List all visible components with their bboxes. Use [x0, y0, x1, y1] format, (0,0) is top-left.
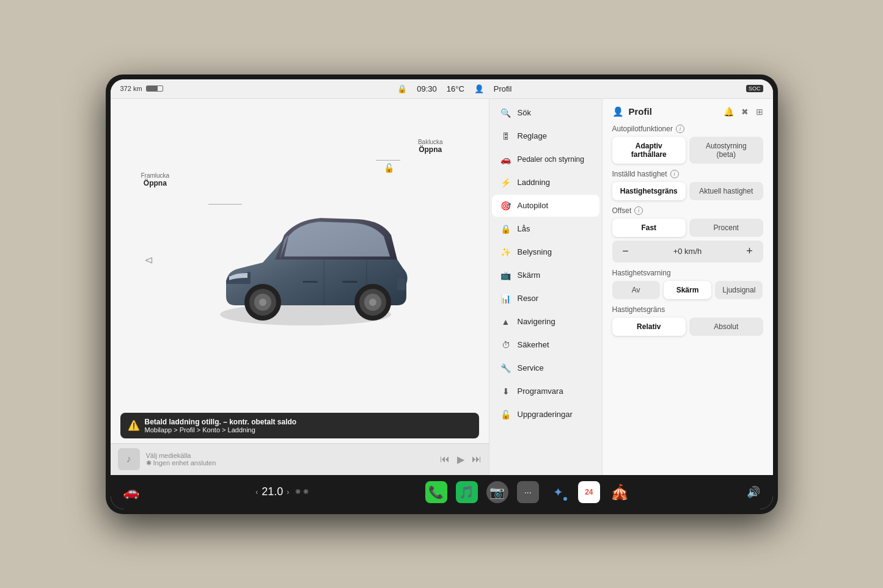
- nav-label-resor: Resor: [518, 294, 539, 303]
- warning-screen-button[interactable]: Skärm: [664, 281, 711, 299]
- nav-item-pedaler[interactable]: 🚗 Pedaler och styrning: [492, 148, 599, 170]
- range-display: 372 km: [120, 85, 142, 92]
- bell-icon[interactable]: 🔔: [724, 107, 734, 117]
- front-left-label: Framlucka Öppna: [141, 172, 170, 187]
- taskbar: 🚗 ‹ 21.0 › ❋ ❋ 📞 🎵 📷 ··· ✦: [111, 475, 773, 509]
- rear-action[interactable]: Öppna: [418, 145, 443, 154]
- nav-label-navigering: Navigering: [518, 317, 555, 326]
- nav-label-reglage: Reglage: [518, 131, 547, 140]
- profile-label: Profil: [494, 84, 512, 93]
- installed-speed-info-icon[interactable]: i: [670, 170, 679, 178]
- status-center: 🔒 09:30 16°C 👤 Profil: [397, 84, 511, 93]
- sakerhet-icon: ⏱: [500, 340, 511, 350]
- relative-button[interactable]: Relativ: [612, 318, 686, 336]
- car-icon-taskbar[interactable]: 🚗: [123, 484, 139, 500]
- absolute-button[interactable]: Absolut: [689, 318, 763, 336]
- nav-item-service[interactable]: 🔧 Service: [492, 357, 599, 379]
- media-device-status: ✱ Ingen enhet ansluten: [146, 459, 434, 467]
- grid-icon[interactable]: ⊞: [756, 107, 763, 117]
- nav-item-resor[interactable]: 📊 Resor: [492, 288, 599, 310]
- time-display: 09:30: [417, 84, 437, 93]
- volume-icon[interactable]: 🔊: [747, 485, 760, 499]
- media-controls[interactable]: ⏮ ▶ ⏭: [440, 454, 482, 465]
- settings-header-icons: 🔔 ✖ ⊞: [724, 107, 763, 117]
- nav-item-search[interactable]: 🔍 Sök: [492, 102, 599, 124]
- colorful-app-icon[interactable]: 🎪: [609, 481, 631, 503]
- nav-label-belysning: Belysning: [518, 247, 552, 256]
- nav-item-las[interactable]: 🔒 Lås: [492, 218, 599, 240]
- nav-item-navigering[interactable]: ▲ Navigering: [492, 311, 599, 333]
- speed-warning-label: Hastighetsvarning: [612, 269, 671, 277]
- navigering-icon: ▲: [500, 317, 511, 327]
- nav-label-pedaler: Pedaler och styrning: [518, 155, 584, 164]
- line-front-left: [208, 204, 242, 205]
- nav-panel: 🔍 Sök 🎛 Reglage 🚗 Pedaler och styrning ⚡…: [489, 99, 603, 475]
- current-speed-button[interactable]: Aktuell hastighet: [689, 182, 763, 200]
- installed-speed-label: Inställd hastighet: [612, 170, 667, 178]
- left-panel: ⊲ Framlucka Öppna Baklucka Öppna 🔓 ⚡: [111, 99, 489, 475]
- taskbar-apps: 📞 🎵 📷 ··· ✦ 24 🎪: [425, 481, 631, 503]
- temp-left-arrow[interactable]: ‹: [255, 488, 258, 496]
- warning-icon: ⚠️: [128, 419, 140, 431]
- offset-type-buttons: Fast Procent: [612, 219, 763, 237]
- warning-sound-button[interactable]: Ljudsignal: [715, 281, 763, 299]
- nav-label-autopilot: Autopilot: [518, 201, 549, 210]
- line-rear: [376, 160, 400, 161]
- percent-button[interactable]: Procent: [689, 219, 763, 237]
- next-track-icon[interactable]: ⏭: [472, 454, 482, 465]
- nav-item-uppgraderingar[interactable]: 🔓 Uppgraderingar: [492, 404, 599, 426]
- svg-point-6: [259, 299, 266, 306]
- camera-app-icon[interactable]: 📷: [486, 481, 508, 503]
- left-indicator-icon: ⊲: [144, 253, 153, 267]
- play-icon[interactable]: ▶: [457, 454, 464, 465]
- warning-off-button[interactable]: Av: [612, 281, 660, 299]
- spotify-app-icon[interactable]: 🎵: [456, 481, 478, 503]
- more-apps-icon[interactable]: ···: [517, 481, 539, 503]
- speed-limit-button[interactable]: Hastighetsgräns: [612, 182, 686, 200]
- nav-label-laddning: Laddning: [518, 178, 551, 187]
- temp-right-arrow[interactable]: ›: [287, 488, 289, 496]
- adaptive-cruise-button[interactable]: Adaptiv farthållare: [612, 137, 686, 164]
- nav-item-belysning[interactable]: ✨ Belysning: [492, 241, 599, 263]
- autopilot-info-icon[interactable]: i: [676, 125, 684, 133]
- fast-button[interactable]: Fast: [612, 219, 686, 237]
- autopilot-icon: 🎯: [500, 201, 511, 211]
- nav-label-sakerhet: Säkerhet: [518, 340, 549, 349]
- nav-item-programvara[interactable]: ⬇ Programvara: [492, 380, 599, 402]
- prev-track-icon[interactable]: ⏮: [440, 454, 450, 465]
- status-right: SOC: [746, 85, 763, 92]
- search-icon: 🔍: [500, 108, 511, 118]
- temp-value: 21.0: [262, 485, 283, 498]
- speed-limit-section-title: Hastighetsgräns: [612, 305, 763, 314]
- notification-title: Betald laddning otillg. – kontr. obetalt…: [145, 418, 297, 426]
- bluetooth-icon[interactable]: ✖: [741, 107, 749, 117]
- offset-info-icon[interactable]: i: [634, 206, 643, 215]
- nav-item-skarm[interactable]: 📺 Skärm: [492, 264, 599, 286]
- calendar-app-icon[interactable]: 24: [578, 481, 600, 503]
- temp-display: 21.0: [262, 485, 283, 498]
- nav-item-laddning[interactable]: ⚡ Laddning: [492, 172, 599, 194]
- profile-icon: 👤: [474, 84, 484, 93]
- las-icon: 🔒: [500, 224, 511, 234]
- main-content: ⊲ Framlucka Öppna Baklucka Öppna 🔓 ⚡: [111, 99, 773, 475]
- rear-title: Baklucka: [418, 139, 443, 145]
- temp-sub-icons: ❋ ❋: [295, 488, 309, 496]
- programvara-icon: ⬇: [500, 387, 511, 396]
- calendar-day: 24: [585, 488, 593, 496]
- nav-item-autopilot[interactable]: 🎯 Autopilot: [492, 195, 599, 217]
- phone-app-icon[interactable]: 📞: [425, 481, 447, 503]
- svg-point-10: [369, 299, 376, 306]
- nav-item-sakerhet[interactable]: ⏱ Säkerhet: [492, 334, 599, 356]
- temperature-display: 16°C: [447, 84, 464, 93]
- front-left-action[interactable]: Öppna: [141, 179, 170, 187]
- service-icon: 🔧: [500, 363, 511, 373]
- status-bar: 372 km 🔒 09:30 16°C 👤 Profil SOC: [111, 79, 773, 99]
- bluetooth-app-icon[interactable]: ✦: [548, 481, 570, 503]
- offset-decrease-button[interactable]: −: [617, 243, 634, 260]
- car-svg: [189, 174, 409, 333]
- nav-label-service: Service: [518, 363, 544, 372]
- nav-item-reglage[interactable]: 🎛 Reglage: [492, 125, 599, 147]
- offset-increase-button[interactable]: +: [741, 243, 758, 260]
- autosteer-button[interactable]: Autostyrning (beta): [689, 137, 763, 164]
- installed-speed-section-title: Inställd hastighet i: [612, 170, 763, 178]
